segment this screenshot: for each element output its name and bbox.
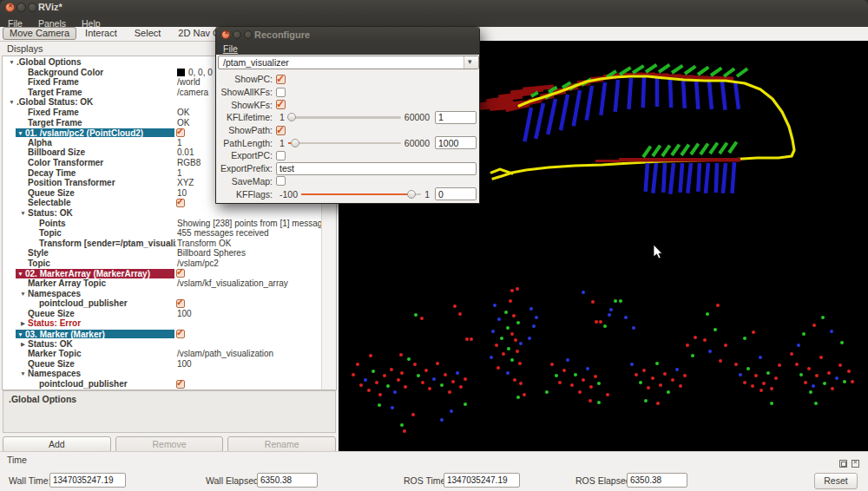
property-value[interactable]: 1 bbox=[176, 168, 182, 179]
tool-interact[interactable]: Interact bbox=[76, 27, 126, 40]
property-value[interactable]: /vslam/path_visualization bbox=[176, 349, 273, 359]
tree-row[interactable]: PointsShowing [238] points from [1] mess… bbox=[3, 219, 322, 229]
tree-row[interactable]: ▼Status: OK bbox=[3, 208, 322, 219]
tree-row[interactable]: Queue Size100 bbox=[3, 309, 322, 319]
value-input[interactable] bbox=[435, 187, 477, 200]
panel-undock-icon[interactable] bbox=[839, 460, 847, 468]
property-value[interactable]: /vslam/kf_visualization_array bbox=[176, 278, 288, 289]
panel-close-icon[interactable] bbox=[852, 460, 859, 468]
display-name: 02. MarkerArray (MarkerArray) bbox=[25, 269, 150, 278]
reset-button[interactable]: Reset bbox=[814, 473, 858, 489]
expand-icon[interactable]: ▼ bbox=[16, 128, 25, 139]
checkbox[interactable] bbox=[176, 299, 185, 308]
value-input[interactable] bbox=[435, 136, 477, 149]
checkbox[interactable] bbox=[276, 176, 286, 186]
expand-icon[interactable]: ▼ bbox=[7, 57, 16, 68]
property-label: Namespaces bbox=[28, 289, 81, 298]
property-value[interactable]: OK bbox=[176, 108, 189, 118]
property-label: Points bbox=[39, 219, 66, 228]
expand-icon[interactable]: ▼ bbox=[18, 289, 28, 299]
checkbox[interactable] bbox=[276, 126, 286, 135]
tree-row[interactable]: Marker Array Topic/vslam/kf_visualizatio… bbox=[3, 278, 322, 289]
property-value[interactable]: 1 bbox=[176, 138, 182, 148]
window-close-icon[interactable] bbox=[5, 3, 15, 12]
tree-row[interactable]: Marker Topic/vslam/path_visualization bbox=[3, 349, 322, 359]
property-value[interactable]: 100 bbox=[176, 359, 192, 370]
property-value[interactable]: 0, 0, 0 bbox=[176, 68, 213, 78]
checkbox[interactable] bbox=[176, 380, 185, 389]
slider[interactable] bbox=[288, 138, 401, 147]
checkbox[interactable] bbox=[276, 75, 286, 84]
slider-handle[interactable] bbox=[287, 113, 296, 121]
expand-icon[interactable]: ▶ bbox=[18, 318, 28, 329]
dialog-close-icon[interactable] bbox=[221, 30, 230, 39]
dialog-menu-file[interactable]: File bbox=[223, 43, 238, 54]
tool-move-camera[interactable]: Move Camera bbox=[3, 27, 76, 40]
expand-icon[interactable]: ▼ bbox=[16, 330, 25, 340]
color-swatch[interactable] bbox=[177, 69, 185, 76]
checkbox[interactable] bbox=[176, 269, 185, 278]
tree-row[interactable]: ▼Namespaces bbox=[3, 369, 322, 379]
checkbox[interactable] bbox=[176, 199, 185, 207]
expand-icon[interactable]: ▶ bbox=[18, 339, 28, 350]
checkbox[interactable] bbox=[276, 100, 286, 109]
wall-time-input[interactable] bbox=[49, 473, 126, 488]
dialog-minimize-icon[interactable] bbox=[233, 30, 241, 39]
checkbox[interactable] bbox=[276, 88, 286, 97]
property-value[interactable]: 100 bbox=[176, 309, 192, 319]
text-input[interactable] bbox=[276, 162, 477, 175]
expand-icon[interactable]: ▼ bbox=[7, 97, 16, 108]
window-maximize-icon[interactable] bbox=[28, 3, 37, 12]
expand-icon[interactable]: ▼ bbox=[18, 369, 28, 379]
tree-row[interactable]: pointcloud_publisher bbox=[3, 298, 322, 309]
expand-icon[interactable]: ▼ bbox=[18, 208, 28, 219]
tree-row[interactable]: ▼Namespaces bbox=[3, 289, 322, 299]
form-row: ShowPC: bbox=[219, 73, 477, 86]
tree-row[interactable]: pointcloud_publisher bbox=[3, 379, 322, 390]
tree-row[interactable]: ▶Status: OK bbox=[3, 339, 322, 350]
property-value[interactable]: /world bbox=[176, 77, 201, 88]
window-minimize-icon[interactable] bbox=[16, 3, 26, 12]
slider[interactable] bbox=[301, 189, 421, 199]
slider[interactable] bbox=[288, 113, 401, 122]
property-value[interactable]: Showing [238] points from [1] messages bbox=[176, 219, 322, 229]
property-value[interactable]: XYZ bbox=[176, 178, 194, 188]
form-label: ExportPC: bbox=[219, 150, 273, 160]
slider-handle[interactable] bbox=[407, 190, 416, 199]
property-label: Billboard Size bbox=[28, 147, 85, 157]
ros-elapsed-input[interactable] bbox=[627, 473, 687, 488]
display-row[interactable]: ▼03. Marker (Marker) bbox=[3, 329, 322, 339]
tool-select[interactable]: Select bbox=[126, 27, 170, 40]
value-input[interactable] bbox=[435, 111, 477, 124]
property-label: Status: OK bbox=[28, 339, 73, 349]
tree-row[interactable]: StyleBillboard Spheres bbox=[3, 248, 322, 259]
dialog-maximize-icon[interactable] bbox=[244, 30, 253, 39]
property-value[interactable]: RGB8 bbox=[176, 158, 201, 168]
form-label: SaveMap: bbox=[219, 176, 273, 187]
expand-icon[interactable]: ▼ bbox=[16, 269, 25, 279]
ros-time-input[interactable] bbox=[444, 473, 520, 488]
slider-handle[interactable] bbox=[291, 139, 299, 147]
tree-row[interactable]: Topic455 messages received bbox=[3, 228, 322, 239]
reconfigure-dialog: Reconfigure File /ptam_visualizer ShowPC… bbox=[215, 26, 480, 204]
checkbox[interactable] bbox=[276, 151, 286, 160]
tree-row[interactable]: Transform [sender=/ptam_visualizer]Trans… bbox=[3, 239, 322, 249]
slider-max-label: 60000 bbox=[404, 138, 430, 148]
wall-elapsed-input[interactable] bbox=[257, 473, 318, 488]
property-value[interactable]: 0.01 bbox=[176, 147, 194, 158]
tree-row[interactable]: ▶Status: Error bbox=[3, 318, 322, 329]
property-label: .Global Status: OK bbox=[16, 97, 93, 107]
property-label: Transform [sender=/ptam_visualizer] bbox=[39, 239, 191, 248]
property-value[interactable]: 455 messages received bbox=[176, 228, 269, 239]
property-value[interactable]: Transform OK bbox=[176, 239, 231, 249]
node-select-combo[interactable]: /ptam_visualizer bbox=[218, 56, 479, 69]
checkbox[interactable] bbox=[176, 330, 185, 338]
checkbox[interactable] bbox=[176, 128, 185, 137]
property-value[interactable]: /camera bbox=[176, 88, 208, 98]
tree-row[interactable]: Queue Size100 bbox=[3, 359, 322, 370]
property-value[interactable]: Billboard Spheres bbox=[176, 248, 246, 259]
tree-row[interactable]: Topic/vslam/pc2 bbox=[3, 259, 322, 269]
chevron-down-icon[interactable] bbox=[464, 56, 478, 69]
slider-max-label: 1 bbox=[424, 189, 430, 200]
display-row[interactable]: ▼02. MarkerArray (MarkerArray) bbox=[3, 268, 322, 278]
